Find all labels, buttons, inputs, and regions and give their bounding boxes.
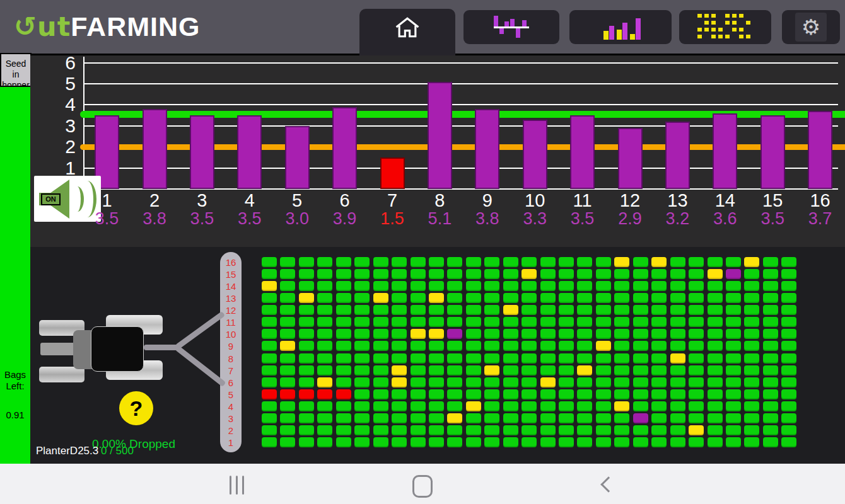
seed-cell [596,425,611,435]
row-label: 5 [220,389,242,401]
seed-cell [744,281,759,291]
seed-cell [373,425,388,435]
gear-icon: ⚙ [795,13,827,42]
seed-cell [708,413,723,423]
seed-cell [633,281,648,291]
seed-cell [336,257,351,267]
seed-cell [429,437,444,447]
seed-cell [559,353,574,364]
seed-cell [781,377,796,387]
seed-cell [614,317,629,327]
seed-cell [262,413,277,423]
seed-cell [577,281,592,291]
seed-cell [299,353,314,364]
seed-cell [392,317,407,327]
seed-rate-bar [237,115,262,189]
row-number-label: 9 [465,190,510,211]
seed-cell [429,305,444,315]
tab-settings[interactable]: ⚙ [782,10,840,44]
seed-cell [689,293,704,303]
seed-dot [704,14,709,18]
seed-cell [373,437,388,447]
seed-cell [484,437,499,447]
seed-cell [708,377,723,387]
seed-cell [373,389,388,399]
seed-cell [651,437,667,447]
seed-cell [354,389,370,399]
seed-cell [540,401,556,411]
seed-cell [614,365,629,375]
seed-cell [744,341,759,351]
tab-home[interactable] [359,9,455,55]
seed-cell [614,425,629,435]
row-label: 14 [220,280,242,292]
seed-cell [559,389,574,399]
seed-cell [781,401,796,411]
seed-cell [633,401,648,411]
seed-dot [725,14,730,18]
seed-cell [522,305,537,315]
seed-cell [726,401,741,411]
seed-cell [299,257,314,267]
seed-cell [262,401,277,411]
seed-cell [540,389,556,399]
seed-cell [689,353,704,364]
seed-cell [447,293,462,303]
tab-bar-chart[interactable] [569,10,672,44]
row-label: 13 [220,292,242,304]
seed-cell [429,269,444,279]
seed-cell [373,305,388,315]
seed-cell [559,329,574,339]
seed-rate-bar [475,109,499,189]
app-screen: ↺utFARMING [0,0,845,504]
seed-cell [392,437,407,447]
seed-cell [744,389,759,399]
seed-cell [373,329,388,339]
seed-cell [540,329,556,339]
seed-cell [781,281,796,291]
seed-cell [466,377,481,387]
seed-cell [670,401,685,411]
seed-cell [262,353,277,364]
seed-cell [354,341,370,351]
seed-cell [651,269,667,279]
seed-rate-bar [285,126,310,189]
android-nav-bar [0,464,845,504]
seed-cell [522,377,537,387]
seed-cell [484,413,499,423]
seed-cell [336,389,351,399]
seed-cell [466,257,481,267]
seed-cell [354,293,370,303]
seed-cell [429,353,444,364]
tab-deviation-chart[interactable] [463,10,559,44]
tab-seed-map[interactable] [679,10,771,44]
seed-cell [708,293,723,303]
gridline [84,62,838,64]
seed-cell [577,353,592,364]
nav-home-button[interactable] [412,475,433,498]
row-label: 7 [220,365,242,377]
seed-dot [697,28,702,32]
seed-dot [739,35,743,38]
seed-cell [614,293,629,303]
seed-cell [317,305,332,315]
seed-cell [614,269,629,279]
seed-cell [596,305,611,315]
seed-cell [744,329,759,339]
seed-cell [317,341,332,351]
seed-cell [540,281,556,291]
seed-cell [447,413,462,423]
seed-cell [280,329,295,339]
seed-cell [354,365,370,375]
help-button[interactable]: ? [119,391,153,425]
seed-cell [670,293,685,303]
seed-cell [726,329,741,339]
seed-cell [726,341,741,351]
seed-cell [726,293,741,303]
seed-cell [651,377,667,387]
nav-back-button[interactable] [600,476,616,492]
seed-cell [484,377,499,387]
seed-cell [411,269,426,279]
seed-cell [559,293,574,303]
seed-cell [689,257,704,267]
